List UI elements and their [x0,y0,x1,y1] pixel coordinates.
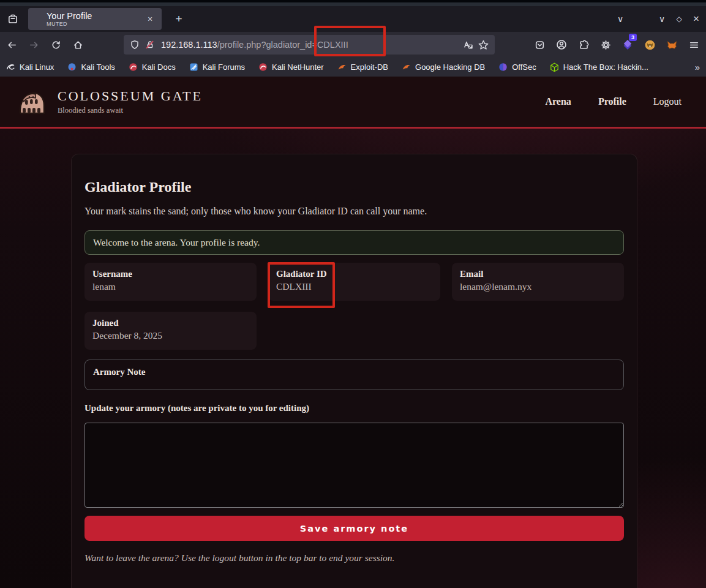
hamburger-menu-icon [689,40,699,50]
site-nav: Arena Profile Logout [546,96,689,107]
logout-hint-text: Want to leave the arena? Use the logout … [84,552,624,564]
window-minimize-button[interactable]: ∨ [653,14,670,24]
kali-nethunter-icon [258,62,268,72]
foxyproxy-extension-button[interactable] [639,34,661,56]
foxyproxy-icon [644,39,656,51]
site-tagline: Bloodied sands await [58,106,203,115]
kali-docs-icon [129,62,138,72]
menu-button[interactable] [683,34,705,56]
bookmark-kali-nethunter[interactable]: Kali NetHunter [258,62,324,72]
firefox-view-button[interactable] [4,10,22,28]
window-close-button[interactable]: × [688,13,705,25]
kali-dragon-icon [6,62,15,72]
field-joined: Joined December 8, 2025 [84,312,257,350]
profile-card: Gladiator Profile Your mark stains the s… [71,154,637,588]
tab-text: Your Profile MUTED [33,11,143,28]
firefox-view-icon [7,13,18,24]
field-label: Joined [92,318,249,328]
extensions-button[interactable] [573,34,595,56]
bookmark-label: OffSec [512,62,536,72]
tab-your-profile[interactable]: Your Profile MUTED × [28,8,162,30]
profile-fields-grid: Username lenam Gladiator ID CDLXIII Emai… [84,263,624,350]
bookmark-kali-tools[interactable]: Kali Tools [67,62,115,72]
bookmark-google-hacking-db[interactable]: Google Hacking DB [402,62,485,72]
kali-tools-icon [67,62,77,72]
nav-link-profile[interactable]: Profile [598,96,626,107]
home-button[interactable] [67,36,88,54]
bookmark-label: Kali Linux [20,62,54,72]
metamask-fox-icon [666,39,678,51]
tab-title: Your Profile [47,11,143,21]
browser-toolbar: 192.168.1.113/profile.php?gladiator_id=C… [0,32,706,58]
puzzle-piece-icon [579,40,589,50]
home-icon [73,40,83,50]
tab-close-button[interactable]: × [143,14,157,24]
google-hacking-db-bird-icon [402,62,411,72]
tab-muted-badge: MUTED [47,21,143,28]
wappalyzer-extension-button[interactable]: 3 [617,34,639,56]
settings-button[interactable] [595,34,617,56]
exploit-db-bird-icon [337,62,347,72]
armory-note-textarea[interactable] [84,423,624,508]
colosseum-logo-icon [17,86,47,117]
metamask-extension-button[interactable] [661,34,683,56]
back-arrow-icon [7,40,17,50]
gear-icon [601,40,611,50]
bookmark-label: Exploit-DB [351,62,388,72]
back-button[interactable] [1,36,22,54]
reload-icon [51,40,61,50]
window-controls: ∨ ∨ ◇ × [612,6,705,32]
url-path: /profile.php?gladiator_id=CDLXIII [217,40,348,50]
offsec-icon [498,62,508,72]
bookmark-offsec[interactable]: OffSec [498,62,536,72]
account-button[interactable] [550,34,573,56]
htb-cube-icon [550,62,559,72]
bookmark-kali-forums[interactable]: Kali Forums [189,62,245,72]
field-gladiator-id: Gladiator ID CDLXIII [268,263,440,301]
flash-message: Welcome to the arena. Your profile is re… [84,230,624,255]
site-title: COLOSSEUM GATE [58,88,203,104]
tracking-shield-icon[interactable] [130,40,140,50]
bookmark-label: Google Hacking DB [415,62,485,72]
account-person-icon [556,39,567,50]
bookmark-kali-linux[interactable]: Kali Linux [6,62,54,72]
field-label: Username [92,269,249,279]
bookmark-kali-docs[interactable]: Kali Docs [129,62,176,72]
browser-tab-bar: Your Profile MUTED × + ∨ ∨ ◇ × [0,6,706,32]
bookmark-star-button[interactable] [478,40,489,50]
field-value: lenam [92,281,249,292]
window-maximize-button[interactable]: ◇ [670,15,688,23]
bookmark-hack-the-box[interactable]: Hack The Box: Hackin... [550,62,648,72]
bookmarks-bar: Kali Linux Kali Tools Kali Docs Kali For… [0,58,706,77]
bookmark-exploit-db[interactable]: Exploit-DB [337,62,388,72]
armory-note-label: Armory Note [93,367,615,377]
toolbar-extensions-area: 3 [528,34,705,56]
brand-block: COLOSSEUM GATE Bloodied sands await [58,88,203,115]
pocket-button[interactable] [528,34,550,56]
reload-button[interactable] [45,36,66,54]
pocket-icon [535,40,545,50]
nav-link-logout[interactable]: Logout [653,96,682,107]
field-label: Email [460,269,616,279]
bookmarks-overflow-button[interactable]: » [695,62,700,72]
translate-button[interactable] [463,40,473,50]
field-value: CDLXIII [276,281,432,292]
url-text[interactable]: 192.168.1.113/profile.php?gladiator_id=C… [161,40,458,50]
web-page: COLOSSEUM GATE Bloodied sands await Aren… [0,77,706,588]
translate-icon [463,40,473,50]
nav-link-arena[interactable]: Arena [546,96,571,107]
editor-label: Update your armory (notes are private to… [84,403,624,413]
url-host: 192.168.1.113 [161,40,217,50]
forward-button[interactable] [23,36,44,54]
forward-arrow-icon [29,40,39,50]
bookmark-label: Kali NetHunter [272,62,324,72]
extension-badge: 3 [629,34,637,41]
new-tab-button[interactable]: + [170,12,187,26]
list-all-tabs-button[interactable]: ∨ [612,14,629,24]
save-armory-note-button[interactable]: Save armory note [84,516,624,541]
os-panel-strip [0,0,706,6]
field-label: Gladiator ID [276,269,432,279]
kali-forums-icon [189,62,198,72]
insecure-lock-icon[interactable] [145,40,155,50]
url-bar[interactable]: 192.168.1.113/profile.php?gladiator_id=C… [124,35,495,55]
